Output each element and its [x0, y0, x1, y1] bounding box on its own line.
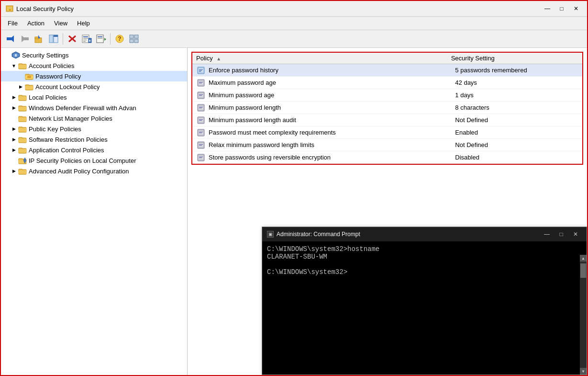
svg-text:🔒: 🔒	[8, 7, 12, 11]
policy-row-enforce-history[interactable]: Enforce password history 5 passwords rem…	[192, 64, 582, 77]
svg-text:?: ?	[118, 35, 121, 42]
svg-rect-32	[130, 39, 133, 43]
folder-icon-password-policy	[25, 72, 33, 80]
policy-column-label: Policy	[196, 55, 213, 62]
svg-rect-92	[199, 120, 202, 121]
svg-rect-100	[199, 145, 202, 146]
policy-row-min-length-audit[interactable]: Minimum password length audit Not Define…	[192, 114, 582, 126]
tree-label-application-control: Application Control Policies	[29, 147, 104, 154]
tree-item-windows-defender[interactable]: ▶ Windows Defender Firewall with Advan	[1, 103, 187, 113]
delete-button[interactable]	[66, 32, 79, 46]
expand-application-control[interactable]: ▶	[11, 147, 17, 153]
svg-rect-16	[83, 36, 88, 37]
tree-label-ip-security: IP Security Policies on Local Computer	[29, 157, 136, 164]
cmd-scroll-thumb[interactable]	[580, 263, 586, 278]
menu-action[interactable]: Action	[22, 18, 49, 29]
minimize-button[interactable]: —	[541, 4, 554, 13]
tree-item-account-lockout[interactable]: ▶ Account Lockout Policy	[1, 81, 187, 92]
menu-view[interactable]: View	[49, 18, 72, 29]
tree-item-ip-security[interactable]: IP Security Policies on Local Computer	[1, 155, 187, 166]
maximize-button[interactable]: □	[555, 4, 568, 13]
tree-item-account-policies[interactable]: ▼ Account Policies	[1, 60, 187, 71]
cmd-scroll-up-button[interactable]: ▲	[580, 255, 587, 262]
expand-advanced-audit[interactable]: ▶	[11, 168, 17, 174]
svg-rect-58	[19, 128, 26, 132]
svg-rect-49	[19, 96, 26, 100]
svg-rect-17	[83, 38, 88, 39]
tree-item-application-control[interactable]: ▶ Application Control Policies	[1, 145, 187, 155]
toolbar-separator-1	[63, 33, 63, 45]
column-policy[interactable]: Policy ▲	[196, 55, 451, 62]
expand-defender[interactable]: ▶	[11, 104, 17, 111]
svg-rect-75	[199, 70, 202, 71]
show-hide-button[interactable]	[47, 32, 60, 46]
expand-account-policies[interactable]: ▼	[11, 62, 17, 69]
tree-item-local-policies[interactable]: ▶ Local Policies	[1, 92, 187, 103]
svg-rect-84	[199, 95, 202, 96]
folder-icon-application-control	[18, 146, 27, 154]
cmd-scrollbar: ▲ ▼	[580, 255, 587, 375]
policy-row-reversible[interactable]: Store passwords using reversible encrypt…	[192, 151, 582, 164]
tree-item-network-list[interactable]: Network List Manager Policies	[1, 113, 187, 124]
policy-row-max-age[interactable]: Maximum password age 42 days	[192, 77, 582, 89]
expand-security[interactable]	[4, 52, 11, 58]
tree-item-software-restriction[interactable]: ▶ Software Restriction Policies	[1, 134, 187, 145]
policy-name-relax-limits: Relax minimum password length limits	[209, 141, 455, 148]
policy-row-min-length[interactable]: Minimum password length 8 characters	[192, 102, 582, 114]
properties-button[interactable]	[80, 32, 93, 46]
column-setting[interactable]: Security Setting	[451, 55, 578, 62]
cmd-maximize-button[interactable]: □	[555, 229, 567, 239]
expand-network-list[interactable]	[11, 115, 17, 122]
cmd-body[interactable]: C:\WINDOWS\system32>hostname CLARANET-SB…	[262, 241, 587, 375]
close-button[interactable]: ✕	[570, 4, 582, 13]
title-bar: 🔒 Local Security Policy — □ ✕	[1, 1, 587, 17]
policy-icon-max-age	[196, 79, 206, 87]
expand-local-policies[interactable]: ▶	[11, 94, 17, 101]
svg-rect-26	[98, 38, 102, 39]
cmd-minimize-button[interactable]: —	[541, 229, 553, 239]
tree-item-advanced-audit[interactable]: ▶ Advanced Audit Policy Configuration	[1, 166, 187, 176]
policy-icon-min-length-audit	[196, 116, 206, 124]
policy-value-relax-limits: Not Defined	[455, 141, 578, 148]
tree-label-local-policies: Local Policies	[29, 94, 67, 101]
folder-up-button[interactable]	[33, 32, 46, 46]
view-button[interactable]	[127, 32, 141, 46]
window-title: Local Security Policy	[16, 5, 74, 12]
folder-icon-defender	[18, 104, 27, 112]
menu-help[interactable]: Help	[72, 18, 95, 29]
forward-button[interactable]	[18, 32, 32, 46]
svg-rect-12	[54, 35, 58, 37]
policy-icon-complexity	[196, 129, 206, 137]
tree-label-public-key: Public Key Policies	[29, 125, 81, 133]
export-button[interactable]	[94, 32, 108, 46]
expand-software-restriction[interactable]: ▶	[11, 136, 17, 143]
tree-item-security-settings[interactable]: Security Settings	[1, 50, 187, 60]
help-button[interactable]: ?	[113, 32, 126, 46]
svg-rect-55	[19, 117, 26, 121]
policy-name-complexity: Password must meet complexity requiremen…	[209, 129, 455, 136]
cmd-close-button[interactable]: ✕	[569, 229, 582, 239]
policy-row-complexity[interactable]: Password must meet complexity requiremen…	[192, 126, 582, 139]
expand-public-key[interactable]: ▶	[11, 125, 17, 132]
cmd-scroll-down-button[interactable]: ▼	[580, 368, 587, 375]
policy-row-relax-limits[interactable]: Relax minimum password length limits Not…	[192, 139, 582, 151]
toolbar-separator-2	[110, 33, 111, 45]
policy-icon-reversible	[196, 154, 206, 161]
tree-view: Security Settings ▼ Account Policies	[1, 48, 188, 375]
svg-rect-80	[199, 83, 202, 83]
expand-password-policy[interactable]	[17, 73, 24, 80]
svg-rect-39	[19, 65, 26, 68]
tree-item-public-key[interactable]: ▶ Public Key Policies	[1, 124, 187, 134]
folder-icon-advanced-audit	[18, 167, 27, 175]
menu-file[interactable]: File	[3, 18, 22, 29]
folder-icon-local-policies	[18, 93, 27, 101]
expand-ip-security[interactable]	[11, 157, 17, 164]
policy-icon-relax-limits	[196, 141, 206, 149]
expand-lockout[interactable]: ▶	[17, 83, 24, 90]
tree-item-password-policy[interactable]: Password Policy	[1, 71, 187, 81]
policy-row-min-age[interactable]: Minimum password age 1 days	[192, 89, 582, 102]
svg-rect-4	[7, 37, 11, 40]
back-button[interactable]	[4, 32, 17, 46]
policy-icon-min-age	[196, 91, 206, 99]
title-bar-controls: — □ ✕	[541, 4, 582, 13]
